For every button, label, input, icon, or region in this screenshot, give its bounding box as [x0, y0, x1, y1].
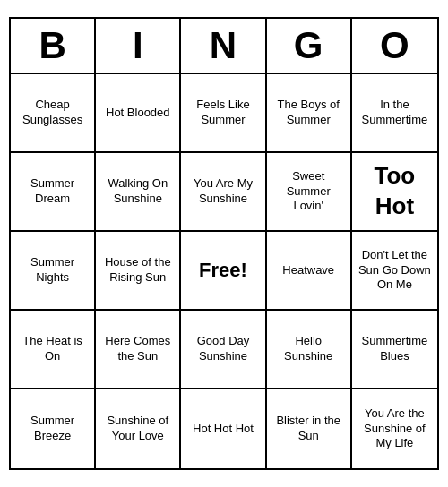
bingo-cell-13[interactable]: Heatwave: [267, 232, 352, 311]
bingo-cell-21[interactable]: Sunshine of Your Love: [96, 389, 181, 468]
bingo-cell-14[interactable]: Don't Let the Sun Go Down On Me: [352, 232, 437, 311]
bingo-letter-g: G: [267, 19, 352, 73]
bingo-letter-n: N: [181, 19, 266, 73]
bingo-cell-24[interactable]: You Are the Sunshine of My Life: [352, 389, 437, 468]
bingo-cell-6[interactable]: Walking On Sunshine: [96, 153, 181, 232]
bingo-cell-15[interactable]: The Heat is On: [11, 311, 96, 389]
bingo-cell-0[interactable]: Cheap Sunglasses: [11, 74, 96, 153]
bingo-cell-1[interactable]: Hot Blooded: [96, 74, 181, 153]
bingo-card: BINGO Cheap SunglassesHot BloodedFeels L…: [9, 17, 439, 470]
bingo-letter-b: B: [11, 19, 96, 73]
bingo-letter-o: O: [352, 19, 437, 73]
bingo-cell-2[interactable]: Feels Like Summer: [181, 74, 266, 153]
bingo-cell-20[interactable]: Summer Breeze: [11, 389, 96, 468]
bingo-cell-10[interactable]: Summer Nights: [11, 232, 96, 311]
bingo-cell-12[interactable]: Free!: [181, 232, 266, 311]
bingo-cell-8[interactable]: Sweet Summer Lovin': [267, 153, 352, 232]
bingo-cell-5[interactable]: Summer Dream: [11, 153, 96, 232]
bingo-cell-7[interactable]: You Are My Sunshine: [181, 153, 266, 232]
bingo-cell-9[interactable]: Too Hot: [352, 153, 437, 232]
bingo-cell-18[interactable]: Hello Sunshine: [267, 311, 352, 389]
bingo-cell-11[interactable]: House of the Rising Sun: [96, 232, 181, 311]
bingo-cell-17[interactable]: Good Day Sunshine: [181, 311, 266, 389]
bingo-cell-3[interactable]: The Boys of Summer: [267, 74, 352, 153]
bingo-header: BINGO: [11, 19, 437, 74]
bingo-cell-22[interactable]: Hot Hot Hot: [181, 389, 266, 468]
bingo-cell-19[interactable]: Summertime Blues: [352, 311, 437, 389]
bingo-cell-23[interactable]: Blister in the Sun: [267, 389, 352, 468]
bingo-grid: Cheap SunglassesHot BloodedFeels Like Su…: [11, 74, 437, 468]
bingo-cell-4[interactable]: In the Summertime: [352, 74, 437, 153]
bingo-letter-i: I: [96, 19, 181, 73]
bingo-cell-16[interactable]: Here Comes the Sun: [96, 311, 181, 389]
